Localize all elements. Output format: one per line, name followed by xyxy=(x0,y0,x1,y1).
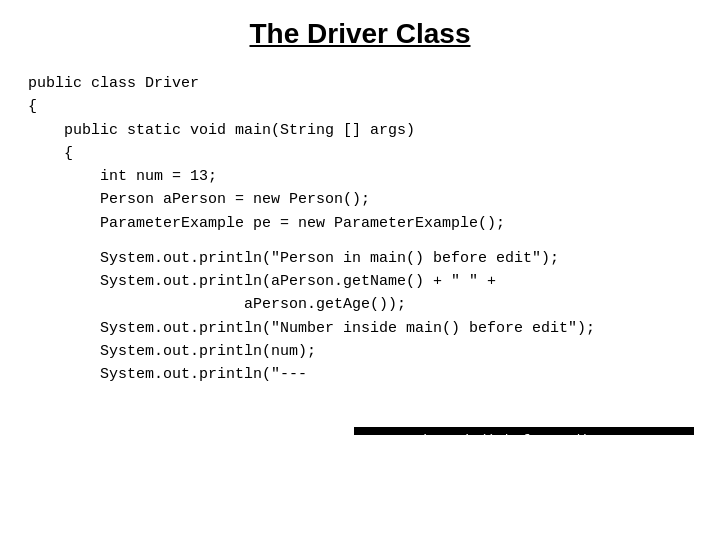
page-title: The Driver Class xyxy=(0,18,720,50)
terminal-output: Person in main() before edit none -1 Num… xyxy=(354,427,694,435)
code-line-2: { xyxy=(28,95,720,118)
code-line-9: System.out.println(aPerson.getName() + "… xyxy=(28,270,720,293)
code-line-3: public static void main(String [] args) xyxy=(28,119,720,142)
code-line-10: aPerson.getAge()); xyxy=(28,293,720,316)
code-line-7: ParameterExample pe = new ParameterExamp… xyxy=(28,212,720,235)
code-spacer-1 xyxy=(28,235,720,247)
code-line-5: int num = 13; xyxy=(28,165,720,188)
code-line-13: System.out.println("--- xyxy=(28,363,720,386)
code-container: public class Driver { public static void… xyxy=(0,72,720,386)
code-line-4: { xyxy=(28,142,720,165)
code-line-8: System.out.println("Person in main() bef… xyxy=(28,247,720,270)
code-line-11: System.out.println("Number inside main()… xyxy=(28,317,720,340)
code-block: public class Driver { public static void… xyxy=(0,72,720,386)
code-line-6: Person aPerson = new Person(); xyxy=(28,188,720,211)
code-line-12: System.out.println(num); xyxy=(28,340,720,363)
code-line-1: public class Driver xyxy=(28,72,720,95)
